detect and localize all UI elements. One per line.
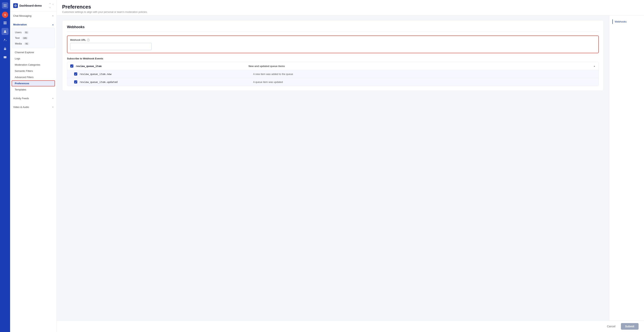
content-area: Webhooks Webhook URL ? Subscribe to Webh… [57, 16, 609, 320]
subscribe-label: Subscribe to Webhook Events [67, 57, 599, 60]
svg-point-5 [15, 5, 16, 6]
page-header: Preferences Customize settings to align … [57, 0, 644, 16]
submit-button[interactable]: Submit [621, 323, 638, 330]
icon-bar: S [0, 0, 10, 332]
sidebar-section-video-audio: Video & Audio ▾ [10, 103, 56, 112]
bottom-actions: Cancel Submit [57, 320, 644, 332]
user-avatar-icon[interactable]: S [2, 12, 8, 18]
sidebar-item-logs[interactable]: Logs [12, 56, 55, 62]
page-subtitle: Customize settings to align with your pe… [62, 10, 638, 14]
event-row-child-2: review_queue_item.updated A queue item w… [67, 78, 598, 86]
event-name-child-1: review_queue_item.new [80, 72, 251, 76]
webhook-url-input[interactable] [70, 43, 152, 50]
media-badge: 91 [24, 42, 29, 45]
main-content: Preferences Customize settings to align … [57, 0, 644, 332]
event-desc-child-2: A queue item was updated [253, 80, 596, 84]
sidebar: Dashboard-demo ⌃⌄ ‹ Chat Messaging ▾ Mod… [10, 0, 57, 332]
sidebar-item-templates[interactable]: Templates [12, 86, 55, 92]
users-icon[interactable] [2, 28, 8, 35]
sidebar-section-chat: Chat Messaging ▾ [10, 12, 56, 20]
sidebar-item-media[interactable]: Media 91 [13, 41, 54, 46]
event-desc-child-1: A new item was added to the queue [253, 72, 596, 76]
sidebar-item-advanced-filters[interactable]: Advanced Filters [12, 74, 55, 80]
sidebar-logo [13, 3, 18, 8]
main-body: Webhooks Webhook URL ? Subscribe to Webh… [57, 16, 644, 320]
sidebar-item-moderation[interactable]: Moderation ▴ [10, 21, 56, 28]
checkbox-review-queue-item-updated[interactable] [74, 80, 77, 84]
sidebar-item-moderation-categories[interactable]: Moderation Categories [12, 62, 55, 68]
webhooks-card: Webhooks Webhook URL ? Subscribe to Webh… [62, 20, 604, 91]
svg-rect-2 [4, 48, 6, 50]
chevron-down-icon-3: ▾ [52, 106, 54, 108]
events-table: review_queue_item New and updated queue … [67, 62, 599, 86]
sidebar-item-semantic-filters[interactable]: Semantic Filters [12, 68, 55, 74]
webhooks-title: Webhooks [67, 25, 599, 32]
toc-item-webhooks[interactable]: Webhooks [612, 20, 641, 24]
checkbox-review-queue-item-new[interactable] [74, 72, 77, 76]
sidebar-item-chat-messaging[interactable]: Chat Messaging ▾ [10, 12, 56, 19]
user-check-icon[interactable] [2, 36, 8, 44]
sidebar-item-video-audio[interactable]: Video & Audio ▾ [10, 104, 56, 110]
event-row-parent: review_queue_item New and updated queue … [67, 62, 598, 70]
sidebar-header-actions: ⌃⌄ ‹ [49, 3, 54, 8]
sidebar-item-channel-explorer[interactable]: Channel Explorer [12, 49, 55, 55]
event-desc-parent: New and updated queue items [248, 65, 590, 68]
sidebar-header: Dashboard-demo ⌃⌄ ‹ [10, 0, 56, 12]
webhook-url-info-icon[interactable]: ? [87, 39, 90, 41]
users-badge: 51 [24, 31, 29, 34]
expand-icon[interactable]: ⌃⌄ [49, 3, 51, 8]
card-icon[interactable] [2, 54, 8, 60]
text-badge: 181 [22, 37, 28, 40]
sidebar-item-users[interactable]: Users 51 [13, 30, 54, 35]
grid-icon[interactable] [2, 20, 8, 26]
chevron-down-icon: ▾ [52, 15, 54, 17]
page-title: Preferences [62, 4, 638, 10]
collapse-sidebar-icon[interactable]: ‹ [52, 3, 54, 8]
moderation-sub-group: Users 51 Text 181 Media 91 [12, 28, 55, 48]
cancel-button[interactable]: Cancel [604, 323, 618, 330]
chevron-down-icon-2: ▾ [52, 97, 54, 100]
sidebar-project-title: Dashboard-demo [20, 4, 47, 7]
event-name-child-2: review_queue_item.updated [80, 80, 251, 84]
webhook-url-container: Webhook URL ? [67, 36, 599, 53]
svg-point-0 [4, 30, 6, 32]
sidebar-section-activity-feeds: Activity Feeds ▾ [10, 94, 56, 103]
sidebar-section-moderation: Moderation ▴ Users 51 Text 181 Media 91 … [10, 20, 56, 94]
sidebar-item-preferences[interactable]: Preferences [12, 80, 55, 86]
chevron-up-event-icon[interactable]: ▲ [593, 65, 596, 67]
sidebar-item-text[interactable]: Text 181 [13, 35, 54, 41]
lock-icon[interactable] [2, 45, 8, 52]
app-logo[interactable] [2, 2, 8, 8]
sidebar-item-activity-feeds[interactable]: Activity Feeds ▾ [10, 95, 56, 102]
chevron-up-icon: ▴ [52, 24, 54, 26]
svg-point-1 [4, 39, 5, 40]
toc-panel: Webhooks [609, 16, 644, 320]
event-row-child-1: review_queue_item.new A new item was add… [67, 70, 598, 78]
checkbox-review-queue-item[interactable] [70, 64, 73, 68]
event-name-parent: review_queue_item [76, 65, 246, 68]
webhook-url-label: Webhook URL ? [70, 39, 596, 41]
svg-rect-3 [4, 56, 6, 58]
